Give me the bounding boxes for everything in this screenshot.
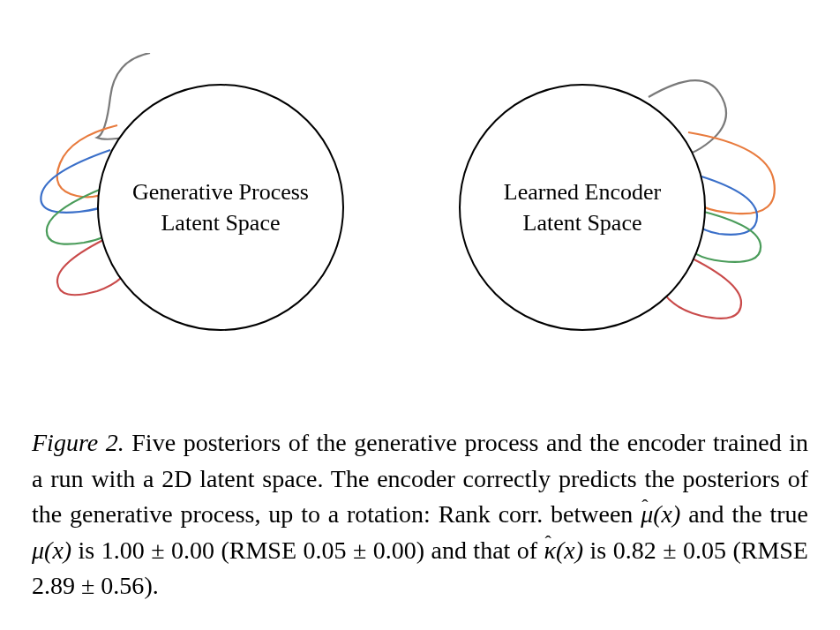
left-circle-group: Generative Process Latent Space (97, 84, 344, 331)
value-3: 0.82 ± 0.05 (613, 536, 726, 564)
mu-hat-symbol: μ (641, 500, 653, 528)
right-label-line2: Latent Space (523, 210, 642, 236)
left-label-line2: Latent Space (161, 210, 280, 236)
arg-x-1: (x) (653, 500, 680, 528)
kappa-hat-symbol: κ (544, 536, 556, 564)
caption-text-6: is (583, 536, 613, 564)
caption-text-7: (RMSE (726, 536, 808, 564)
caption-text-5: ) and that of (416, 536, 544, 564)
figure-number-label: Figure 2. (32, 429, 124, 456)
caption-text-8: ). (144, 572, 158, 599)
arg-x-3: (x) (556, 536, 583, 564)
value-2: 0.05 ± 0.00 (303, 536, 416, 564)
right-label-line1: Learned Encoder (504, 179, 661, 205)
arg-x-2: (x) (44, 536, 71, 564)
value-4: 2.89 ± 0.56 (32, 572, 144, 599)
left-label-line1: Generative Process (132, 179, 309, 205)
value-1: 1.00 ± 0.00 (101, 536, 214, 564)
figure-illustration: Generative Process Latent Space Learned … (26, 40, 814, 366)
caption-text-4: (RMSE (214, 536, 303, 564)
right-circle-label: Learned Encoder Latent Space (504, 176, 661, 238)
left-circle-label: Generative Process Latent Space (132, 176, 309, 238)
generative-process-circle: Generative Process Latent Space (97, 84, 344, 331)
figure-caption: Figure 2. Five posteriors of the generat… (32, 425, 808, 604)
learned-encoder-circle: Learned Encoder Latent Space (459, 84, 706, 331)
mu-symbol: μ (32, 536, 44, 564)
caption-text-3: is (71, 536, 101, 564)
right-circle-group: Learned Encoder Latent Space (459, 84, 706, 331)
caption-text-2: and the true (680, 500, 808, 528)
